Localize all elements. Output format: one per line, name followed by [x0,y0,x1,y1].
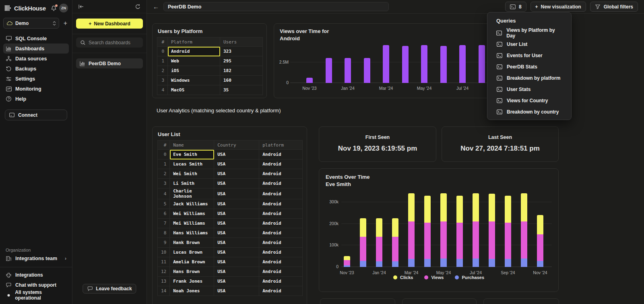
views-bar-jun-24[interactable] [440,46,447,83]
table-cell[interactable]: USA [214,277,259,286]
sidebar-item-backups[interactable]: Backups [3,64,69,74]
legend-item-purchases[interactable]: Purchases [455,275,484,280]
events-bar-may-24[interactable] [440,193,447,267]
table-cell[interactable]: Amelia Brown [170,257,214,267]
footer-item-all-systems-operational[interactable]: All systems operational [6,292,66,298]
table-cell[interactable]: USA [214,228,259,238]
queries-count-button[interactable]: 8 [505,2,526,12]
new-visualization-button[interactable]: + New visualization [530,2,586,12]
table-cell[interactable]: Android [259,199,303,209]
table-cell[interactable]: Lucas Brown [170,248,214,257]
query-item-peerdb-stats[interactable]: PeerDB Stats [487,61,571,72]
table-cell[interactable]: Android [259,179,303,188]
search-dashboards-input[interactable]: Search dashboards [76,37,143,48]
views-bar-nov-23[interactable] [306,78,313,83]
table-cell[interactable]: Noah Jones [170,286,214,296]
connect-button[interactable]: Connect [5,110,67,120]
query-item-views-by-platform-by-day[interactable]: Views by Platform by Day [487,27,571,39]
events-bar-feb-24[interactable] [392,218,398,267]
table-cell[interactable]: USA [214,267,259,277]
table-cell[interactable]: iOS [168,66,220,76]
leave-feedback-button[interactable]: Leave feedback [83,284,136,294]
table-cell[interactable]: Wei Williams [170,209,214,219]
query-item-views-for-country[interactable]: Views for Country [487,95,571,106]
table-cell[interactable]: USA [214,179,259,188]
table-cell[interactable]: Eve Smith [170,150,214,159]
footer-item-integrations[interactable]: Integrations [6,272,66,278]
query-item-user-stats[interactable]: User Stats [487,84,571,95]
events-bar-nov-24[interactable] [537,215,543,267]
table-cell[interactable]: MacOS [168,85,220,95]
dashboard-title-input[interactable] [163,2,389,11]
avatar[interactable]: ZN [59,4,68,12]
table-cell[interactable]: Web [168,56,220,66]
collapse-panel-icon[interactable] [78,4,84,9]
query-item-events-for-user[interactable]: Events for User [487,50,571,61]
table-cell[interactable]: 295 [220,56,263,66]
query-item-breakdown-by-country[interactable]: Breakdown by country [487,106,571,118]
views-bar-aug-24[interactable] [479,45,485,83]
table-cell[interactable]: USA [214,150,259,159]
global-filters-button[interactable]: Global filters [590,2,638,12]
table-cell[interactable]: Hans Brown [170,267,214,277]
views-bar-jul-24[interactable] [459,45,466,83]
table-cell[interactable]: USA [214,257,259,267]
sidebar-item-sql-console[interactable]: SQL Console [3,33,69,43]
sidebar-item-settings[interactable]: Settings [3,74,69,84]
table-cell[interactable]: Hans Williams [170,228,214,238]
events-bar-dec-23[interactable] [360,218,366,267]
table-cell[interactable]: Frank Jones [170,277,214,286]
views-bar-apr-24[interactable] [402,46,409,83]
table-cell[interactable]: USA [214,248,259,257]
table-cell[interactable]: USA [214,286,259,296]
new-dashboard-button[interactable]: + New Dashboard [76,19,143,29]
table-cell[interactable]: Android [259,277,303,286]
views-bar-may-24[interactable] [421,45,427,83]
table-cell[interactable]: Android [259,228,303,238]
add-workspace-button[interactable]: + [64,20,67,27]
table-cell[interactable]: Android [168,47,220,56]
events-bar-mar-24[interactable] [408,193,415,267]
table-cell[interactable]: USA [214,169,259,179]
table-cell[interactable]: Android [259,169,303,179]
table-cell[interactable]: Android [259,159,303,169]
table-cell[interactable]: 35 [220,85,263,95]
table-cell[interactable]: Lucas Smith [170,159,214,169]
table-cell[interactable]: USA [214,188,259,199]
legend-item-views[interactable]: Views [424,275,444,280]
events-bar-nov-23[interactable] [344,256,350,267]
sidebar-item-help[interactable]: Help [3,94,69,104]
query-item-breakdown-by-platform[interactable]: Breakdown by platform [487,72,571,84]
table-cell[interactable]: Android [259,267,303,277]
views-bar-mar-24[interactable] [383,45,389,83]
table-cell[interactable]: Android [259,248,303,257]
table-cell[interactable]: Android [259,257,303,267]
table-cell[interactable]: Li Smith [170,179,214,188]
events-bar-jun-24[interactable] [456,196,463,267]
table-cell[interactable]: Mei Williams [170,219,214,228]
sidebar-item-integrations-team[interactable]: Integrations team › [0,256,72,267]
table-cell[interactable]: USA [214,238,259,248]
views-bar-jan-24[interactable] [345,58,351,83]
back-arrow-icon[interactable]: ← [153,3,159,10]
events-bar-apr-24[interactable] [424,196,431,267]
table-cell[interactable]: 160 [220,76,263,85]
sidebar-item-dashboards[interactable]: Dashboards [3,43,69,54]
table-cell[interactable]: 182 [220,66,263,76]
table-cell[interactable]: Wei Smith [170,169,214,179]
events-bar-jul-24[interactable] [473,193,479,267]
events-bar-sep-24[interactable] [505,196,511,267]
table-cell[interactable]: Android [259,209,303,219]
table-cell[interactable]: USA [214,199,259,209]
dashboard-list-item[interactable]: PeerDB Demo [76,58,143,68]
table-cell[interactable]: Jack Williams [170,199,214,209]
views-bar-feb-24[interactable] [364,58,370,83]
table-cell[interactable]: Android [259,219,303,228]
views-bar-dec-23[interactable] [326,58,332,83]
refresh-icon[interactable] [135,4,141,9]
sidebar-item-monitoring[interactable]: Monitoring [3,84,69,94]
events-bar-aug-24[interactable] [489,194,495,267]
table-cell[interactable]: 323 [220,47,263,56]
events-bar-oct-24[interactable] [521,193,527,267]
table-cell[interactable]: USA [214,159,259,169]
